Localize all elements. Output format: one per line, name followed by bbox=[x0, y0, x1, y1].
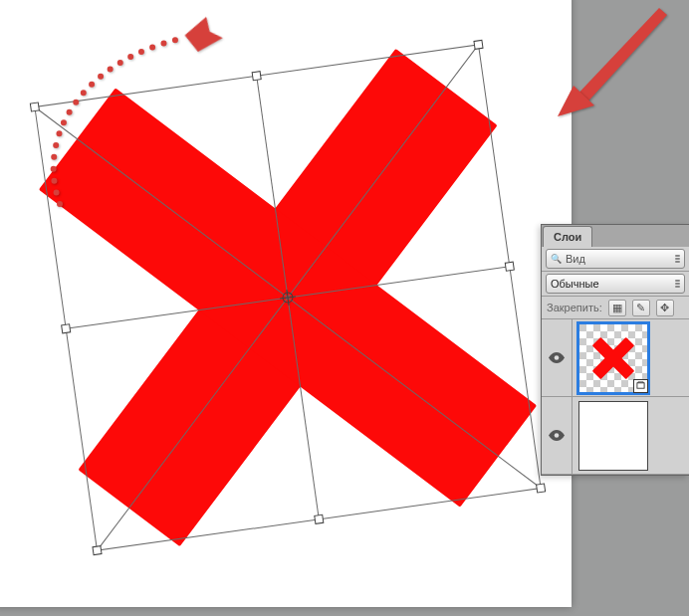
layer-row[interactable] bbox=[542, 319, 689, 397]
svg-rect-11 bbox=[637, 383, 644, 388]
document-canvas[interactable] bbox=[0, 0, 572, 607]
blend-mode-dropdown[interactable]: Обычные bbox=[546, 274, 685, 294]
handle-bc[interactable] bbox=[315, 514, 324, 523]
handle-mr[interactable] bbox=[505, 262, 514, 271]
handle-ml[interactable] bbox=[62, 324, 71, 333]
blend-mode-value: Обычные bbox=[551, 278, 599, 290]
visibility-toggle[interactable] bbox=[542, 319, 573, 396]
handle-br[interactable] bbox=[537, 484, 546, 493]
transform-target bbox=[39, 49, 537, 546]
handle-tc[interactable] bbox=[252, 72, 261, 81]
layer-filter-row: 🔍 Вид bbox=[542, 247, 689, 272]
filter-type-dropdown[interactable]: 🔍 Вид bbox=[546, 249, 685, 269]
filter-type-label: Вид bbox=[566, 253, 585, 265]
lock-transparency-button[interactable]: ▦ bbox=[608, 300, 626, 316]
handle-bl[interactable] bbox=[93, 546, 102, 555]
layer-thumbnail[interactable] bbox=[578, 401, 648, 471]
eye-icon bbox=[549, 352, 565, 363]
svg-marker-8 bbox=[573, 8, 667, 107]
free-transform-box[interactable] bbox=[7, 17, 570, 579]
tab-layers[interactable]: Слои bbox=[543, 226, 592, 247]
layers-panel[interactable]: Слои 🔍 Вид Обычные Закрепить: ▦ ✎ ✥ bbox=[541, 224, 689, 476]
eye-icon bbox=[549, 430, 565, 441]
smart-object-icon bbox=[633, 379, 648, 393]
layer-row[interactable] bbox=[542, 397, 689, 475]
layers-list bbox=[542, 319, 689, 475]
blend-mode-row: Обычные bbox=[542, 272, 689, 297]
search-icon: 🔍 bbox=[551, 254, 562, 264]
svg-point-12 bbox=[555, 433, 560, 438]
layer-thumbnail[interactable] bbox=[578, 323, 648, 393]
pointer-arrow-icon bbox=[558, 8, 667, 116]
svg-point-10 bbox=[555, 355, 560, 360]
lock-label: Закрепить: bbox=[547, 302, 602, 313]
panel-tabs: Слои bbox=[542, 225, 689, 247]
handle-tr[interactable] bbox=[474, 40, 483, 49]
red-x-icon bbox=[590, 335, 636, 381]
handle-tl[interactable] bbox=[30, 103, 39, 111]
lock-pixels-button[interactable]: ✎ bbox=[632, 300, 650, 316]
lock-row: Закрепить: ▦ ✎ ✥ bbox=[542, 297, 689, 319]
lock-position-button[interactable]: ✥ bbox=[656, 300, 674, 316]
app-workspace: Слои 🔍 Вид Обычные Закрепить: ▦ ✎ ✥ bbox=[0, 0, 689, 616]
visibility-toggle[interactable] bbox=[542, 397, 573, 474]
